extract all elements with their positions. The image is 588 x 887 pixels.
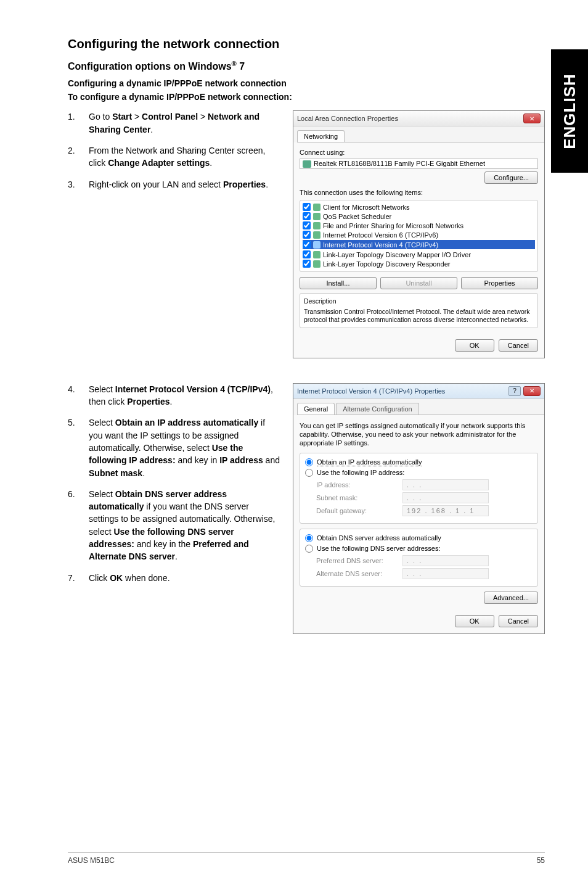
footer-page-number: 55 — [537, 856, 545, 865]
tab-strip: General Alternate Configuration — [297, 403, 544, 415]
install-button[interactable]: Install... — [300, 277, 377, 289]
dialog-title: Internet Protocol Version 4 (TCP/IPv4) P… — [297, 387, 445, 395]
connection-item[interactable]: File and Printer Sharing for Microsoft N… — [303, 221, 535, 229]
radio-obtain-dns-auto[interactable]: Obtain DNS server address automatically — [305, 534, 533, 542]
preferred-dns-label: Preferred DNS server: — [316, 557, 402, 564]
component-icon — [313, 251, 321, 258]
connection-item[interactable]: Internet Protocol Version 4 (TCP/IPv4) — [303, 240, 535, 249]
tab-general[interactable]: General — [297, 403, 335, 415]
step-item: 4.Select Internet Protocol Version 4 (TC… — [68, 383, 280, 408]
subsection-1: Configuring a dynamic IP/PPPoE network c… — [68, 78, 545, 88]
gateway-field: 192 . 168 . 1 . 1 — [402, 505, 489, 516]
nic-icon — [303, 160, 311, 168]
ipv4-properties-dialog: Internet Protocol Version 4 (TCP/IPv4) P… — [293, 383, 545, 634]
component-icon — [313, 260, 321, 268]
ip-address-field: . . . — [402, 479, 489, 490]
cancel-button[interactable]: Cancel — [499, 339, 538, 352]
subnet-field: . . . — [402, 492, 489, 503]
cancel-button[interactable]: Cancel — [499, 615, 538, 627]
component-icon — [313, 204, 321, 211]
connection-item[interactable]: Link-Layer Topology Discovery Responder — [303, 260, 535, 268]
gateway-label: Default gateway: — [316, 507, 402, 514]
component-icon — [313, 241, 321, 249]
dialog-title: Local Area Connection Properties — [297, 115, 398, 122]
description-box: Description Transmission Control Protoco… — [300, 293, 538, 328]
dialog-titlebar: Local Area Connection Properties ✕ — [293, 111, 544, 126]
uninstall-button: Uninstall — [380, 277, 457, 289]
advanced-button[interactable]: Advanced... — [484, 592, 538, 604]
footer-model: ASUS M51BC — [68, 856, 115, 865]
step-item: 1.Go to Start > Control Panel > Network … — [68, 110, 280, 136]
configure-button[interactable]: Configure... — [484, 171, 538, 184]
radio-use-dns[interactable]: Use the following DNS server addresses: — [305, 545, 533, 553]
dialog-titlebar: Internet Protocol Version 4 (TCP/IPv4) P… — [293, 384, 544, 399]
connection-item[interactable]: Link-Layer Topology Discovery Mapper I/O… — [303, 250, 535, 258]
close-icon[interactable]: ✕ — [523, 386, 541, 396]
page-footer: ASUS M51BC 55 — [68, 852, 545, 865]
tab-strip: Networking — [297, 130, 544, 142]
step-item: 7.Click OK when done. — [68, 572, 280, 584]
connection-item[interactable]: Internet Protocol Version 6 (TCP/IPv6) — [303, 231, 535, 239]
preferred-dns-field: . . . — [402, 555, 489, 566]
subsection-2: To configure a dynamic IP/PPPoE network … — [68, 92, 545, 102]
connection-item[interactable]: QoS Packet Scheduler — [303, 212, 535, 220]
ip-radio-group: Obtain an IP address automatically Use t… — [300, 453, 538, 524]
connection-items-list: Client for Microsoft NetworksQoS Packet … — [300, 200, 538, 272]
page-title: Configuring the network connection — [68, 37, 545, 51]
local-area-connection-dialog: Local Area Connection Properties ✕ Netwo… — [293, 110, 545, 358]
properties-button[interactable]: Properties — [461, 277, 538, 289]
component-icon — [313, 213, 321, 220]
step-item: 3.Right-click on your LAN and select Pro… — [68, 178, 280, 191]
steps-list-a: 1.Go to Start > Control Panel > Network … — [68, 110, 280, 190]
ok-button[interactable]: OK — [455, 615, 494, 627]
connect-using-label: Connect using: — [300, 149, 538, 156]
step-item: 2.From the Network and Sharing Center sc… — [68, 144, 280, 170]
tab-networking[interactable]: Networking — [297, 130, 345, 142]
items-label: This connection uses the following items… — [300, 189, 538, 196]
dns-radio-group: Obtain DNS server address automatically … — [300, 529, 538, 587]
adapter-field: Realtek RTL8168B/8111B Family PCI-E Giga… — [300, 159, 538, 169]
info-paragraph: You can get IP settings assigned automat… — [300, 421, 538, 448]
help-icon[interactable]: ? — [508, 386, 521, 396]
tab-alternate[interactable]: Alternate Configuration — [336, 403, 419, 415]
subnet-label: Subnet mask: — [316, 494, 402, 501]
step-item: 5.Select Obtain an IP address automatica… — [68, 416, 280, 479]
radio-use-ip[interactable]: Use the following IP address: — [305, 469, 533, 477]
section-heading: Configuration options on Windows® 7 — [68, 60, 545, 72]
connection-item[interactable]: Client for Microsoft Networks — [303, 203, 535, 211]
component-icon — [313, 222, 321, 229]
component-icon — [313, 231, 321, 239]
close-icon[interactable]: ✕ — [523, 113, 541, 123]
radio-obtain-ip-auto[interactable]: Obtain an IP address automatically — [305, 458, 533, 466]
ok-button[interactable]: OK — [455, 339, 494, 352]
steps-list-b: 4.Select Internet Protocol Version 4 (TC… — [68, 383, 280, 584]
step-item: 6.Select Obtain DNS server address autom… — [68, 488, 280, 563]
alternate-dns-label: Alternate DNS server: — [316, 570, 402, 577]
ip-address-label: IP address: — [316, 481, 402, 489]
alternate-dns-field: . . . — [402, 568, 489, 579]
